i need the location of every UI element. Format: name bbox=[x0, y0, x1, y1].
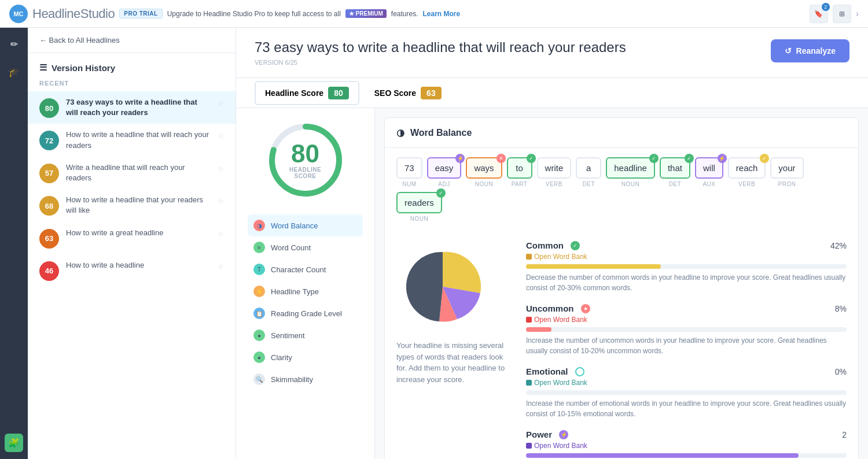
menu-dot: ⚡ bbox=[253, 286, 265, 297]
star-icon[interactable]: ☆ bbox=[218, 197, 224, 205]
nav-graduation-button[interactable]: 🎓 bbox=[5, 62, 23, 81]
nav-puzzle-button[interactable]: 🧩 bbox=[5, 434, 23, 452]
metric-desc: Increase the number of emotional words i… bbox=[526, 398, 847, 419]
token-icon: ✓ bbox=[760, 154, 769, 163]
word-pos: AUX bbox=[703, 181, 715, 187]
word-token: your PRON bbox=[770, 157, 803, 187]
metric-word-bank-link[interactable]: Open Word Bank bbox=[526, 442, 847, 450]
main-layout: ✏ 🎓 🧩 ← Back to All Headlines ☰ Version … bbox=[0, 28, 868, 459]
metric-word-bank-link[interactable]: Open Word Bank bbox=[526, 316, 847, 324]
notifications-button[interactable]: 🔖 2 bbox=[810, 5, 828, 23]
sidebar-item-text: How to write a headline that will reach … bbox=[66, 129, 211, 150]
sidebar-score-badge: 57 bbox=[39, 164, 59, 183]
topbar: MC HeadlineStudio PRO TRIAL Upgrade to H… bbox=[0, 0, 868, 28]
word-chip: ✓ to bbox=[507, 157, 532, 179]
word-chip: ✓ headline bbox=[606, 157, 655, 179]
metric-pct: 42% bbox=[830, 241, 847, 250]
sidebar-item[interactable]: 80 73 easy ways to write a headline that… bbox=[28, 91, 236, 124]
nav-pen-button[interactable]: ✏ bbox=[5, 35, 23, 53]
sidebar-item[interactable]: 57 Write a headline that will reach your… bbox=[28, 157, 236, 189]
word-chip: ✓ that bbox=[660, 157, 690, 179]
menu-item-word-count[interactable]: ≡Word Count bbox=[248, 236, 363, 258]
menu-item-label: Reading Grade Level bbox=[271, 309, 342, 318]
left-nav: ✏ 🎓 🧩 bbox=[0, 28, 28, 459]
word-tokens: 73 NUM ⚡ easy ADJ ✕ ways NOUN ✓ to PART … bbox=[385, 148, 858, 231]
menu-item-label: Sentiment bbox=[271, 331, 305, 340]
link-color-box bbox=[526, 254, 532, 260]
word-pos: NUM bbox=[402, 181, 416, 187]
sidebar-item[interactable]: 63 How to write a great headline ☆ bbox=[28, 222, 236, 254]
word-chip: write bbox=[537, 157, 572, 179]
menu-dot: 🔍 bbox=[253, 373, 265, 385]
sidebar-item[interactable]: 68 How to write a headline that your rea… bbox=[28, 189, 236, 221]
word-balance-card: ◑ Word Balance 73 NUM ⚡ easy ADJ ✕ ways … bbox=[384, 117, 859, 459]
bell-icon: 🔖 bbox=[814, 10, 823, 18]
back-to-headlines-link[interactable]: ← Back to All Headlines bbox=[28, 28, 236, 53]
menu-item-headline-type[interactable]: ⚡Headline Type bbox=[248, 280, 363, 302]
menu-item-label: Headline Type bbox=[271, 287, 319, 296]
chevron-right-icon[interactable]: › bbox=[856, 9, 859, 19]
premium-badge: ★ PREMIUM bbox=[345, 9, 387, 18]
sidebar-item-text: Write a headline that will reach your re… bbox=[66, 162, 211, 183]
word-token: ⚡ will AUX bbox=[695, 157, 723, 187]
avatar: MC bbox=[9, 5, 28, 23]
token-icon: ✓ bbox=[649, 154, 659, 163]
metric-word-bank-link[interactable]: Open Word Bank bbox=[526, 379, 847, 387]
menu-dot: ◑ bbox=[253, 220, 265, 231]
upgrade-suffix: features. bbox=[391, 10, 418, 18]
link-text: Open Word Bank bbox=[534, 379, 587, 387]
menu-dot: ● bbox=[253, 351, 265, 363]
menu-item-word-balance[interactable]: ◑Word Balance bbox=[248, 214, 363, 236]
score-label: HEADLINESCORE bbox=[289, 166, 321, 179]
metric-row-power: Power ⚡ 2 Open Word Bank bbox=[526, 430, 847, 458]
metric-bar-bg bbox=[526, 453, 847, 458]
word-token: ✓ headline NOUN bbox=[606, 157, 655, 187]
reanalyze-button[interactable]: ↺ Reanalyze bbox=[771, 39, 849, 62]
tab-button-1[interactable]: SEO Score63 bbox=[364, 81, 452, 105]
window-icon: ⊞ bbox=[839, 10, 845, 18]
metric-pct: 8% bbox=[835, 304, 847, 313]
metric-name: Common bbox=[526, 240, 564, 250]
word-text: 73 bbox=[404, 163, 414, 173]
sidebar-score-badge: 80 bbox=[39, 98, 59, 118]
word-pos: PRON bbox=[778, 181, 796, 187]
sidebar-item-text: How to write a great headline bbox=[66, 228, 211, 238]
menu-dot: ≡ bbox=[253, 242, 265, 253]
word-text: ways bbox=[474, 163, 494, 173]
pie-section: Your headline is missing several types o… bbox=[396, 240, 512, 459]
metric-desc: Increase the number of uncommon words in… bbox=[526, 335, 847, 356]
star-icon[interactable]: ☆ bbox=[218, 132, 224, 140]
learn-more-link[interactable]: Learn More bbox=[423, 10, 461, 18]
menu-item-character-count[interactable]: TCharacter Count bbox=[248, 258, 363, 280]
sidebar-item[interactable]: 72 How to write a headline that will rea… bbox=[28, 124, 236, 156]
menu-item-clarity[interactable]: ●Clarity bbox=[248, 346, 363, 368]
menu-item-sentiment[interactable]: ●Sentiment bbox=[248, 324, 363, 346]
refresh-icon: ↺ bbox=[785, 46, 792, 55]
link-text: Open Word Bank bbox=[534, 316, 587, 324]
word-text: your bbox=[778, 163, 795, 173]
word-chip: ✓ readers bbox=[396, 192, 442, 213]
metric-row-common: Common ✓ 42% Open Word Bank Decrease the… bbox=[526, 240, 847, 293]
sidebar-item[interactable]: 46 How to write a headline ☆ bbox=[28, 254, 236, 287]
score-circle: 80 HEADLINESCORE bbox=[265, 120, 346, 201]
star-icon[interactable]: ☆ bbox=[218, 262, 224, 271]
metric-pct: 0% bbox=[835, 367, 847, 376]
metrics-section: Common ✓ 42% Open Word Bank Decrease the… bbox=[526, 240, 847, 459]
menu-item-reading-grade-level[interactable]: 📋Reading Grade Level bbox=[248, 302, 363, 324]
metric-row-uncommon: Uncommon ★ 8% Open Word Bank Increase th… bbox=[526, 303, 847, 356]
window-button[interactable]: ⊞ bbox=[833, 5, 851, 23]
star-icon[interactable]: ☆ bbox=[218, 165, 224, 173]
tab-button-0[interactable]: Headline Score80 bbox=[255, 81, 359, 105]
star-icon[interactable]: ☆ bbox=[218, 230, 224, 238]
star-icon[interactable]: ☆ bbox=[218, 99, 224, 108]
version-history-header: ☰ Version History bbox=[28, 53, 236, 77]
menu-item-skimmability[interactable]: 🔍Skimmability bbox=[248, 368, 363, 390]
menu-item-label: Word Balance bbox=[271, 221, 318, 230]
metric-word-bank-link[interactable]: Open Word Bank bbox=[526, 253, 847, 261]
metric-bar-fill bbox=[526, 327, 551, 332]
word-text: to bbox=[516, 163, 523, 173]
sidebar-score-badge: 63 bbox=[39, 229, 59, 249]
sidebar-score-badge: 72 bbox=[39, 131, 59, 150]
metric-bar-bg bbox=[526, 390, 847, 395]
metric-row-emotional: Emotional ○ 0% Open Word Bank Increase t… bbox=[526, 367, 847, 419]
